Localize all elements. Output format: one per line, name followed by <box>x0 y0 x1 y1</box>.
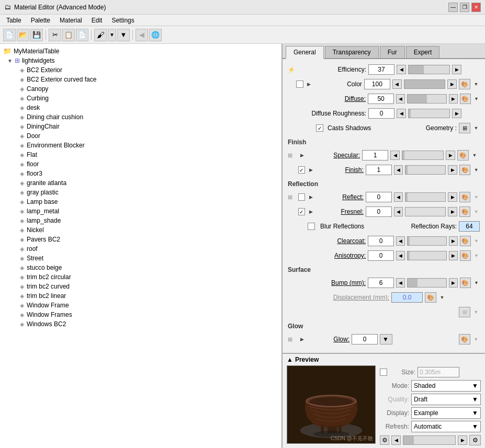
list-item[interactable]: ◈ Door <box>4 131 281 141</box>
list-item[interactable]: ◈ DiningChair <box>4 122 281 131</box>
ani-slider[interactable] <box>407 251 447 260</box>
blur-checkbox[interactable] <box>308 223 315 230</box>
mode-dropdown[interactable]: Shaded ▼ <box>411 380 481 392</box>
finish-checkbox[interactable]: ✓ <box>298 166 306 174</box>
menu-settings[interactable]: Settings <box>107 16 138 25</box>
list-item[interactable]: ◈ gray plastic <box>4 188 281 197</box>
copy-button[interactable]: 📋 <box>62 29 75 41</box>
color-menu-btn[interactable]: ▼ <box>472 81 480 88</box>
prev-slider[interactable] <box>403 435 456 445</box>
ani-picker-btn[interactable]: 🎨 <box>460 250 471 261</box>
clearcoat-input[interactable] <box>368 236 394 246</box>
list-item[interactable]: ◈ Environment Blocker <box>4 141 281 150</box>
color-input[interactable] <box>364 79 390 89</box>
list-item[interactable]: ◈ BC2 Exterior curved face <box>4 75 281 84</box>
paint-button[interactable]: 🖌 <box>94 29 107 41</box>
menu-material[interactable]: Material <box>55 16 86 25</box>
tree-group-header[interactable]: ▼ ⊞ lightwidgets <box>4 56 281 65</box>
list-item[interactable]: ◈ Flat <box>4 150 281 159</box>
diffuse-menu-btn[interactable]: ▼ <box>473 95 480 102</box>
glow-picker-btn[interactable]: 🎨 <box>459 334 470 344</box>
list-item[interactable]: ◈ granite atlanta <box>4 178 281 188</box>
filter-button[interactable]: ▼ <box>117 29 130 41</box>
tab-general[interactable]: General <box>286 46 324 59</box>
ani-slider-right[interactable]: ▶ <box>449 251 458 260</box>
close-button[interactable]: ✕ <box>471 3 481 12</box>
reflect-expand-btn[interactable]: ▶ <box>307 193 314 201</box>
finish-input[interactable] <box>366 165 392 175</box>
list-item[interactable]: ◈ lamp_metal <box>4 206 281 216</box>
bump-slider-right[interactable]: ▶ <box>449 278 458 288</box>
cc-picker-btn[interactable]: 🎨 <box>460 236 471 246</box>
ref-picker-btn[interactable]: 🎨 <box>459 192 470 202</box>
specular-expand-btn[interactable]: ▶ <box>298 152 306 159</box>
list-item[interactable]: ◈ Pavers BC2 <box>4 235 281 244</box>
open-button[interactable]: 📂 <box>17 29 29 41</box>
reflect-checkbox[interactable] <box>298 193 306 201</box>
efficiency-slider[interactable] <box>408 65 450 74</box>
bump-input[interactable] <box>368 278 394 288</box>
prev-slider-left[interactable]: ◀ <box>391 435 401 445</box>
fresnel-expand-btn[interactable]: ▶ <box>307 208 314 215</box>
ref-menu-btn[interactable]: ▼ <box>472 193 480 201</box>
prev-settings-btn[interactable]: ⚙ <box>469 435 481 445</box>
anisotropy-input[interactable] <box>368 250 394 261</box>
list-item[interactable]: ◈ BC2 Exterior <box>4 65 281 75</box>
spec-slider-left[interactable]: ◀ <box>390 151 400 160</box>
refresh-dropdown[interactable]: Automatic ▼ <box>411 421 481 432</box>
paint-dropdown[interactable]: ▼ <box>108 29 116 41</box>
list-item[interactable]: ◈ floor <box>4 159 281 169</box>
geometry-menu-btn[interactable]: ▼ <box>472 124 480 132</box>
list-item[interactable]: ◈ Nickel <box>4 225 281 235</box>
tab-expert[interactable]: Expert <box>406 46 440 58</box>
glow-input[interactable] <box>352 334 378 344</box>
menu-edit[interactable]: Edit <box>87 16 107 25</box>
size-input[interactable] <box>418 367 459 377</box>
list-item[interactable]: ◈ roof <box>4 244 281 254</box>
list-item[interactable]: ◈ desk <box>4 103 281 112</box>
fres-slider[interactable] <box>405 207 446 216</box>
list-item[interactable]: ◈ floor3 <box>4 169 281 178</box>
tab-fur[interactable]: Fur <box>380 46 405 58</box>
spec-menu-btn[interactable]: ▼ <box>471 152 478 159</box>
spec-slider[interactable] <box>402 151 444 160</box>
list-item[interactable]: ◈ Lamp base <box>4 197 281 206</box>
fin-slider[interactable] <box>405 165 446 175</box>
fresnel-checkbox[interactable]: ✓ <box>298 208 306 215</box>
dr-slider[interactable] <box>408 109 450 118</box>
restore-button[interactable]: ❐ <box>460 3 469 12</box>
bump-picker-btn[interactable]: 🎨 <box>460 278 471 288</box>
display-dropdown[interactable]: Example ▼ <box>411 407 481 419</box>
ref-slider-right[interactable]: ▶ <box>448 192 457 202</box>
finish-expand-btn[interactable]: ▶ <box>307 166 314 174</box>
minimize-button[interactable]: — <box>448 3 458 12</box>
glow-dropdown[interactable]: ▼ <box>380 334 392 344</box>
color-picker-btn[interactable]: 🎨 <box>459 79 470 89</box>
list-item[interactable]: ◈ trim bc2 linear <box>4 291 281 301</box>
cc-slider-right[interactable]: ▶ <box>449 236 458 246</box>
fin-slider-right[interactable]: ▶ <box>448 165 457 175</box>
preview-collapse-btn[interactable]: ▲ <box>287 356 293 363</box>
spec-picker-btn[interactable]: 🎨 <box>457 150 469 160</box>
diffuse-input[interactable] <box>368 94 394 104</box>
cc-menu-btn[interactable]: ▼ <box>473 237 480 245</box>
globe-button[interactable]: 🌐 <box>149 29 162 41</box>
dr-slider-left[interactable]: ◀ <box>397 109 406 118</box>
tree-root[interactable]: 📁 MyMaterialTable <box>0 46 281 56</box>
cut-button[interactable]: ✂ <box>49 29 61 41</box>
slider-left-btn[interactable]: ◀ <box>397 65 406 74</box>
casts-shadows-checkbox[interactable]: ✓ <box>316 124 323 132</box>
prev-slider-right[interactable]: ▶ <box>458 435 467 445</box>
cc-slider-left[interactable]: ◀ <box>396 236 405 246</box>
fres-slider-left[interactable]: ◀ <box>394 207 403 216</box>
back-button[interactable]: ◀ <box>136 29 148 41</box>
list-item[interactable]: ◈ Curbing <box>4 94 281 103</box>
color-checkbox[interactable] <box>296 81 303 88</box>
list-item[interactable]: ◈ Street <box>4 254 281 263</box>
diffuse-roughness-input[interactable] <box>368 108 394 119</box>
list-item[interactable]: ◈ Canopy <box>4 84 281 94</box>
displacement-input[interactable] <box>391 292 423 303</box>
list-item[interactable]: ◈ stucco beige <box>4 263 281 272</box>
fres-slider-right[interactable]: ▶ <box>448 207 457 216</box>
disp-menu-btn[interactable]: ▼ <box>438 294 446 301</box>
